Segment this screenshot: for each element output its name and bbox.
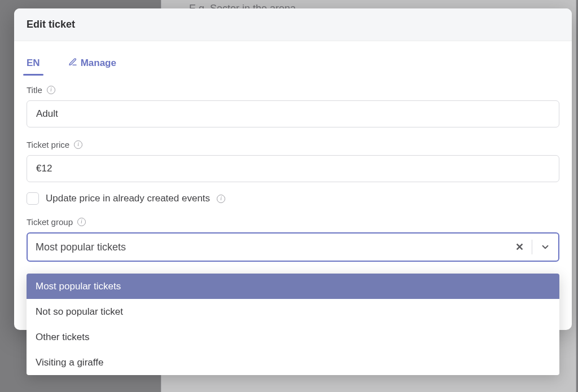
ticket-group-select[interactable]: Most popular tickets ✕ (27, 232, 559, 262)
update-price-checkbox[interactable] (27, 192, 39, 205)
update-price-row: Update price in already created events i (27, 192, 559, 205)
info-icon[interactable]: i (74, 140, 82, 149)
tab-manage[interactable]: Manage (68, 51, 116, 75)
pencil-icon (68, 58, 77, 69)
field-title: Title i (27, 85, 559, 127)
modal-body: EN Manage Title i Ticket price i (14, 41, 572, 274)
chevron-down-icon[interactable] (540, 242, 550, 252)
info-icon[interactable]: i (47, 86, 55, 94)
option-label: Visiting a giraffe (36, 357, 103, 368)
field-label: Ticket price (27, 140, 69, 149)
option-label: Most popular tickets (36, 281, 121, 292)
field-label: Title (27, 85, 42, 95)
separator (532, 240, 532, 254)
language-tabs: EN Manage (27, 51, 559, 75)
select-value: Most popular tickets (36, 241, 515, 253)
field-label: Ticket group (27, 217, 73, 227)
dropdown-option[interactable]: Not so popular ticket (27, 299, 559, 324)
field-label-row: Ticket price i (27, 140, 559, 149)
field-label-row: Title i (27, 85, 559, 95)
field-price: Ticket price i (27, 140, 559, 182)
modal-title: Edit ticket (27, 19, 75, 30)
field-ticket-group: Ticket group i Most popular tickets ✕ (27, 217, 559, 262)
clear-icon[interactable]: ✕ (515, 242, 524, 252)
tab-label: Manage (81, 58, 116, 69)
modal-header: Edit ticket (14, 8, 572, 41)
option-label: Other tickets (36, 332, 89, 343)
title-input[interactable] (27, 100, 559, 127)
tab-label: EN (27, 58, 40, 69)
dropdown-option[interactable]: Visiting a giraffe (27, 350, 559, 375)
ticket-group-dropdown: Most popular tickets Not so popular tick… (27, 274, 559, 375)
tab-language-en[interactable]: EN (27, 51, 40, 75)
info-icon[interactable]: i (77, 218, 86, 226)
dropdown-option[interactable]: Most popular tickets (27, 274, 559, 299)
dropdown-option[interactable]: Other tickets (27, 324, 559, 350)
info-icon[interactable]: i (217, 195, 225, 203)
price-input[interactable] (27, 155, 559, 182)
select-actions: ✕ (515, 240, 550, 254)
field-label-row: Ticket group i (27, 217, 559, 227)
checkbox-label: Update price in already created events (46, 193, 210, 204)
option-label: Not so popular ticket (36, 306, 123, 318)
